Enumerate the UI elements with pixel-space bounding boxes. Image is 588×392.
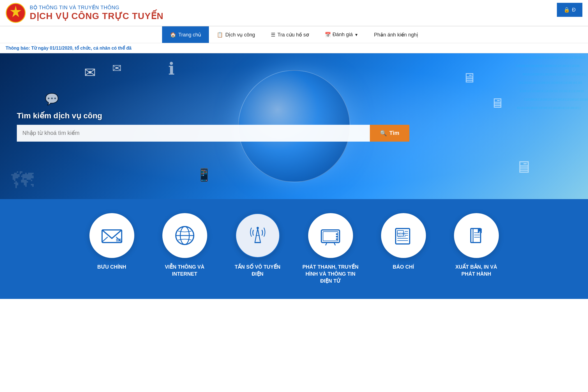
- category-buu-chinh[interactable]: BƯU CHÍNH: [84, 213, 140, 285]
- header-subtitle: BỘ THÔNG TIN VÀ TRUYỀN THÔNG: [30, 4, 163, 11]
- chevron-down-icon: ▼: [354, 33, 358, 37]
- search-input[interactable]: [17, 125, 370, 142]
- category-circle-vien-thong: [162, 213, 207, 258]
- categories-section: BƯU CHÍNH VIỄN THÔNG VÀ INTERNET: [0, 199, 588, 299]
- search-icon: 🔍: [380, 130, 387, 137]
- site-header: BỘ THÔNG TIN VÀ TRUYỀN THÔNG DỊCH VỤ CÔN…: [0, 0, 588, 26]
- category-circle-bao-chi: NEWS BAO CHI: [381, 213, 426, 258]
- header-logo: BỘ THÔNG TIN VÀ TRUYỀN THÔNG DỊCH VỤ CÔN…: [6, 3, 163, 23]
- category-circle-buu-chinh: [89, 213, 134, 258]
- category-tan-so[interactable]: TẦN SỐ VÔ TUYẾN ĐIỆN: [230, 213, 286, 285]
- mail-icon: [101, 226, 123, 245]
- broadcast-icon: [246, 224, 269, 247]
- hero-search-content: Tìm kiếm dịch vụ công 🔍 Tìm: [0, 111, 588, 142]
- category-label-phat-thanh: PHÁT THANH, TRUYỀN HÌNH VÀ THÔNG TIN ĐIỆ…: [303, 264, 359, 285]
- ticker-text: Thông báo: Từ ngày 01/11/2020, tổ chức, …: [6, 46, 132, 50]
- svg-point-19: [336, 236, 338, 237]
- category-circle-tan-so: [235, 213, 280, 258]
- svg-point-20: [336, 238, 338, 240]
- book-icon: [465, 224, 488, 247]
- category-label-tan-so: TẦN SỐ VÔ TUYẾN ĐIỆN: [230, 264, 286, 278]
- category-circle-xuat-ban: [454, 213, 499, 258]
- home-icon: 🏠: [170, 32, 176, 38]
- search-label: Tìm kiếm dịch vụ công: [17, 111, 571, 120]
- search-row: 🔍 Tìm: [17, 125, 409, 142]
- national-emblem-icon: [6, 3, 26, 23]
- nav-label-dich-vu-cong: Dịch vụ công: [225, 32, 255, 38]
- nav-item-phan-anh-kien-nghi[interactable]: Phản ánh kiến nghị: [366, 26, 426, 43]
- login-button[interactable]: 🔒 Đ: [557, 3, 582, 17]
- hero-banner: ✉ ✉ ℹ 💬 🖥 🖥 🖥 📱 🗺 0100101101001011010010…: [0, 53, 588, 199]
- svg-point-13: [257, 227, 259, 229]
- svg-text:BAO CHI: BAO CHI: [398, 236, 406, 237]
- category-label-bao-chi: BÁO CHÍ: [393, 264, 414, 271]
- search-btn-label: Tìm: [389, 130, 399, 136]
- nav-label-phan-anh-kien-nghi: Phản ánh kiến nghị: [374, 32, 418, 38]
- nav-label-danh-gia: Đánh giá: [333, 32, 353, 38]
- svg-rect-15: [323, 232, 338, 241]
- news-icon: NEWS BAO CHI: [392, 224, 415, 247]
- svg-point-18: [336, 233, 338, 235]
- login-label: Đ: [572, 7, 576, 13]
- main-nav: 🏠 Trang chủ 📋 Dịch vụ công ☰ Tra cứu hồ …: [0, 26, 588, 43]
- list-icon: 📋: [217, 32, 223, 38]
- nav-item-trang-chu[interactable]: 🏠 Trang chủ: [162, 26, 209, 43]
- tv-icon: [319, 224, 342, 247]
- search-button[interactable]: 🔍 Tìm: [370, 125, 409, 142]
- category-vien-thong[interactable]: VIỄN THÔNG VÀ INTERNET: [157, 213, 213, 285]
- search-list-icon: ☰: [271, 32, 275, 38]
- svg-text:NEWS: NEWS: [398, 232, 405, 235]
- header-title: DỊCH VỤ CÔNG TRỰC TUYẾN: [30, 11, 163, 21]
- lock-icon: 🔒: [564, 7, 570, 13]
- nav-item-danh-gia[interactable]: 📅 Đánh giá ▼: [317, 26, 366, 43]
- category-phat-thanh[interactable]: PHÁT THANH, TRUYỀN HÌNH VÀ THÔNG TIN ĐIỆ…: [303, 213, 359, 285]
- calendar-icon: 📅: [325, 32, 331, 38]
- nav-item-tra-cuu-ho-so[interactable]: ☰ Tra cứu hồ sơ: [263, 26, 317, 43]
- category-label-vien-thong: VIỄN THÔNG VÀ INTERNET: [157, 264, 213, 278]
- category-label-xuat-ban: XUẤT BẢN, IN VÀ PHÁT HÀNH: [448, 264, 504, 278]
- globe-icon: [174, 224, 196, 247]
- nav-item-dich-vu-cong[interactable]: 📋 Dịch vụ công: [209, 26, 263, 43]
- category-xuat-ban[interactable]: XUẤT BẢN, IN VÀ PHÁT HÀNH: [448, 213, 504, 285]
- category-label-buu-chinh: BƯU CHÍNH: [97, 264, 126, 271]
- nav-label-trang-chu: Trang chủ: [178, 32, 201, 38]
- header-text-block: BỘ THÔNG TIN VÀ TRUYỀN THÔNG DỊCH VỤ CÔN…: [30, 4, 163, 21]
- news-ticker: Thông báo: Từ ngày 01/11/2020, tổ chức, …: [0, 43, 588, 53]
- category-bao-chi[interactable]: NEWS BAO CHI BÁO CHÍ: [375, 213, 432, 285]
- svg-line-3: [102, 237, 108, 242]
- nav-label-tra-cuu-ho-so: Tra cứu hồ sơ: [278, 32, 309, 38]
- category-circle-phat-thanh: [308, 213, 353, 258]
